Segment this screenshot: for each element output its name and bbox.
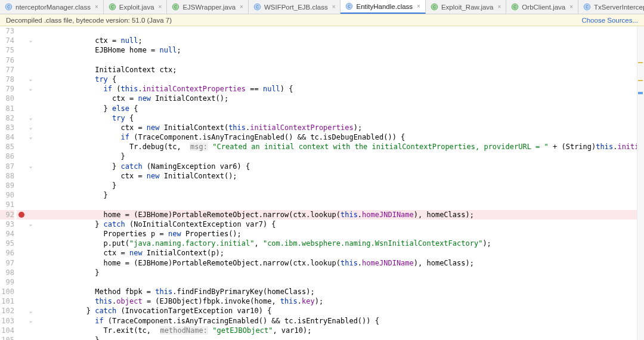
tab-label: TxServerInterceptor.class [594,4,644,11]
line-number: 100 [0,287,14,296]
fold-icon[interactable]: ⌄ [28,86,33,91]
line-number: 101 [0,296,14,306]
line-number: 92 [0,210,14,220]
svg-text:C: C [111,5,114,9]
line-number: 75 [0,45,14,55]
line-number: 89 [0,181,14,190]
file-icon: C [345,2,353,10]
line-number: 95 [0,239,14,248]
file-icon: C [583,3,591,11]
line-number: 104 [0,326,14,335]
line-number: 83 [0,123,14,132]
tab-entityhandle-class[interactable]: CEntityHandle.class× [340,0,425,14]
line-number: 82 [0,113,14,123]
fold-icon[interactable]: ⌄ [28,318,33,323]
code-editor[interactable]: 7374757677787980818283848586878889909192… [0,26,644,340]
tab-label: Exploit_Raw.java [441,4,494,11]
close-icon[interactable]: × [497,4,503,10]
line-number: 103 [0,316,14,326]
line-number: 78 [0,75,14,84]
line-number: 84 [0,132,14,142]
svg-text:C: C [514,5,517,9]
file-icon: C [5,3,13,11]
fold-gutter[interactable]: ⌄⌄⌄⌄⌄⌄⌄⌄⌄⌄ [27,26,35,340]
line-number: 85 [0,142,14,152]
line-number: 91 [0,200,14,209]
breakpoint-gutter[interactable] [17,26,27,340]
fold-icon[interactable]: ⌄ [28,163,33,169]
line-number: 79 [0,84,14,94]
banner-text: Decompiled .class file, bytecode version… [6,17,172,24]
svg-text:C: C [586,5,589,9]
line-number: 90 [0,190,14,200]
tab-wsifport_ejb-class[interactable]: CWSIFPort_EJB.class× [249,0,341,14]
svg-text:C: C [433,5,436,9]
line-number: 76 [0,55,14,65]
line-number-gutter: 7374757677787980818283848586878889909192… [0,26,17,340]
tab-exploit_raw-java[interactable]: CExploit_Raw.java× [426,0,506,14]
svg-text:C: C [256,5,259,9]
tab-nterceptormanager-class[interactable]: CnterceptorManager.class× [0,0,104,14]
tab-ejswrapper-java[interactable]: CEJSWrapper.java× [167,0,248,14]
tab-orbclient-java[interactable]: COrbClient.java× [506,0,578,14]
line-number: 98 [0,268,14,277]
line-number: 73 [0,26,14,36]
line-number: 88 [0,171,14,181]
line-number: 97 [0,258,14,268]
fold-icon[interactable]: ⌄ [28,38,33,43]
tab-txserverinterceptor-class[interactable]: CTxServerInterceptor.class× [578,0,644,14]
line-number: 77 [0,65,14,75]
file-icon: C [431,3,438,11]
line-number: 96 [0,248,14,258]
file-icon: C [253,3,261,11]
close-icon[interactable]: × [157,4,163,10]
fold-icon[interactable]: ⌄ [28,76,33,82]
fold-icon[interactable]: ⌄ [28,125,33,130]
tab-label: OrbClient.java [522,4,565,11]
code-area[interactable]: ctx = null; EJBHome home = null; Initial… [35,26,644,340]
line-number: 74 [0,36,14,45]
fold-icon[interactable]: ⌄ [28,308,33,314]
error-stripe[interactable] [637,26,644,340]
tab-exploit-java[interactable]: CExploit.java× [104,0,168,14]
decompiled-banner: Decompiled .class file, bytecode version… [0,14,644,26]
tab-label: nterceptorManager.class [16,4,91,11]
fold-icon[interactable]: ⌄ [28,221,33,227]
close-icon[interactable]: × [568,4,574,10]
tab-label: WSIFPort_EJB.class [264,4,328,11]
fold-icon[interactable]: ⌄ [28,115,33,120]
svg-text:C: C [175,5,178,9]
close-icon[interactable]: × [416,3,422,10]
line-number: 93 [0,220,14,229]
close-icon[interactable]: × [331,4,337,10]
tab-label: EntityHandle.class [356,3,413,10]
line-number: 87 [0,162,14,171]
breakpoint-icon[interactable] [18,212,24,218]
choose-sources-link[interactable]: Choose Sources... [581,17,638,24]
file-icon: C [511,3,519,11]
svg-text:C: C [7,5,10,9]
tab-label: Exploit.java [119,4,154,11]
line-number: 80 [0,94,14,103]
close-icon[interactable]: × [94,4,100,10]
close-icon[interactable]: × [239,4,244,10]
line-number: 102 [0,306,14,316]
file-icon: C [109,3,116,11]
tab-label: EJSWrapper.java [182,4,236,11]
line-number: 99 [0,277,14,287]
svg-text:C: C [348,4,351,8]
line-number: 86 [0,152,14,161]
marker[interactable] [638,80,643,81]
editor-tabs: CnterceptorManager.class×CExploit.java×C… [0,0,644,14]
line-number: 94 [0,229,14,239]
line-number: 81 [0,104,14,113]
fold-icon[interactable]: ⌄ [28,134,33,140]
file-icon: C [172,3,179,11]
marker[interactable] [638,92,643,94]
line-number: 105 [0,335,14,340]
marker[interactable] [638,62,643,63]
